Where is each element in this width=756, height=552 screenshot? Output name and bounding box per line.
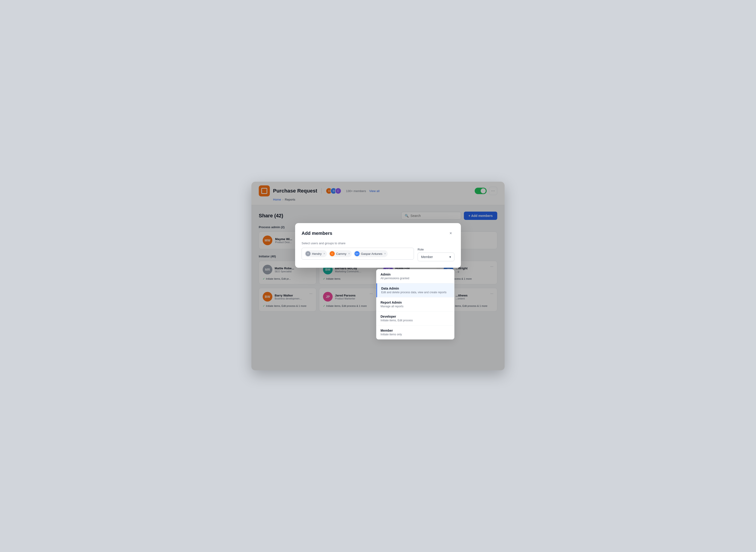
modal-close-button[interactable]: × bbox=[447, 230, 454, 237]
chip-remove-button[interactable]: × bbox=[384, 252, 386, 255]
add-members-modal: Add members × Select users and groups to… bbox=[295, 223, 461, 268]
dropdown-item-developer[interactable]: Developer Initiate items, Edit process bbox=[376, 311, 454, 325]
dropdown-item-report-admin[interactable]: Report Admin Manage all reports bbox=[376, 297, 454, 311]
app-window: Purchase Request A B C 130+ members View… bbox=[251, 182, 505, 370]
dropdown-item-desc: Edit and delete process data, view and c… bbox=[381, 291, 450, 294]
modal-overlay[interactable]: Add members × Select users and groups to… bbox=[251, 182, 505, 370]
dropdown-item-desc: Manage all reports bbox=[381, 305, 450, 308]
selected-chip: H Hendry × bbox=[305, 250, 327, 257]
chip-avatar: H bbox=[306, 251, 311, 256]
chip-remove-button[interactable]: × bbox=[323, 252, 325, 255]
role-select[interactable]: Member ▾ bbox=[418, 253, 454, 261]
chip-avatar: GA bbox=[354, 251, 359, 256]
chip-name: Gaspar Antunes bbox=[361, 252, 383, 256]
role-value: Member bbox=[421, 255, 433, 259]
chip-remove-button[interactable]: × bbox=[348, 252, 350, 255]
dropdown-item-title: Admin bbox=[381, 273, 450, 276]
dropdown-item-data-admin[interactable]: Data Admin Edit and delete process data,… bbox=[376, 283, 454, 297]
dropdown-item-desc: Initiate items only bbox=[381, 333, 450, 336]
dropdown-item-title: Member bbox=[381, 329, 450, 332]
chip-name: Hendry bbox=[312, 252, 322, 256]
dropdown-item-title: Developer bbox=[381, 315, 450, 318]
dropdown-item-desc: Initiate items, Edit process bbox=[381, 319, 450, 322]
modal-header: Add members × bbox=[302, 230, 454, 237]
modal-body-label: Select users and groups to share bbox=[302, 242, 454, 245]
role-dropdown: Admin All permissions granted Data Admin… bbox=[376, 269, 454, 339]
chip-avatar: C bbox=[330, 251, 335, 256]
chevron-down-icon: ▾ bbox=[449, 255, 451, 259]
dropdown-item-admin[interactable]: Admin All permissions granted bbox=[376, 269, 454, 283]
selected-users-field[interactable]: H Hendry × C Cammy × GA Gaspar Antunes × bbox=[302, 248, 414, 260]
modal-title: Add members bbox=[302, 231, 332, 236]
role-label: Role bbox=[418, 248, 454, 251]
role-section: Role Member ▾ bbox=[418, 248, 454, 261]
dropdown-item-member[interactable]: Member Initiate items only bbox=[376, 325, 454, 339]
chip-name: Cammy bbox=[336, 252, 346, 256]
selected-chip: C Cammy × bbox=[329, 250, 352, 257]
dropdown-item-title: Report Admin bbox=[381, 301, 450, 304]
dropdown-item-title: Data Admin bbox=[381, 287, 450, 290]
dropdown-item-desc: All permissions granted bbox=[381, 277, 450, 280]
selected-chip: GA Gaspar Antunes × bbox=[354, 250, 388, 257]
modal-inputs-row: H Hendry × C Cammy × GA Gaspar Antunes × bbox=[302, 248, 454, 261]
